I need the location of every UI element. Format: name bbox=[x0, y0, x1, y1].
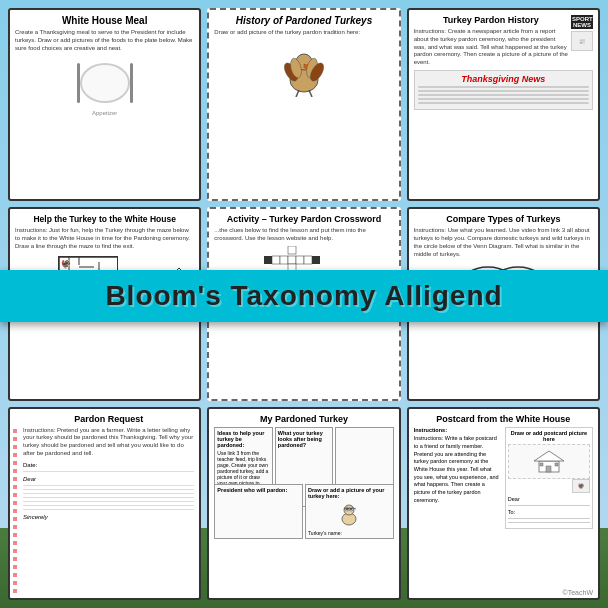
what-label: What your turkey looks after being pardo… bbox=[278, 430, 330, 448]
news-line-5 bbox=[418, 102, 589, 104]
president-label: President who will pardon: bbox=[217, 487, 300, 493]
card7-title: Pardon Request bbox=[23, 414, 194, 424]
ideas-label: Ideas to help your turkey be pardoned: bbox=[217, 430, 269, 448]
card9-title: Postcard from the White House bbox=[414, 414, 593, 424]
knife-area bbox=[130, 63, 133, 103]
turkey-placeholder bbox=[308, 501, 391, 529]
card-white-house-meal: White House Meal Create a Thanksgiving m… bbox=[8, 8, 201, 201]
sincerely-label: Sincerely bbox=[23, 514, 194, 520]
svg-rect-28 bbox=[272, 256, 280, 264]
news-line-4 bbox=[418, 98, 589, 100]
draw-label: Draw or add a picture of your turkey her… bbox=[308, 487, 391, 499]
letter-border bbox=[13, 429, 17, 595]
stamp-box: 🦃 bbox=[572, 479, 590, 493]
svg-text:🦃: 🦃 bbox=[61, 259, 71, 269]
news-line-1 bbox=[418, 86, 589, 88]
svg-rect-31 bbox=[296, 256, 304, 264]
body-line-2 bbox=[23, 493, 194, 494]
card4-title: Help the Turkey to the White House bbox=[15, 214, 194, 224]
news-lines bbox=[418, 86, 589, 104]
card6-title: Compare Types of Turkeys bbox=[414, 214, 593, 224]
news-line-2 bbox=[418, 90, 589, 92]
banner-text: Bloom's Taxonomy Alligend bbox=[105, 280, 502, 312]
svg-rect-33 bbox=[312, 256, 320, 264]
postcard-area: Instructions: Instructions: Write a fake… bbox=[414, 427, 593, 529]
card5-body: ...the clues below to find the lesson an… bbox=[214, 227, 393, 243]
turkey-form-top: Ideas to help your turkey be pardoned: U… bbox=[214, 427, 393, 482]
card-postcard: Postcard from the White House Instructio… bbox=[407, 407, 600, 600]
card3-content: Turkey Pardon History Instructions: Crea… bbox=[414, 15, 568, 67]
form-president: President who will pardon: bbox=[214, 484, 303, 539]
svg-rect-32 bbox=[304, 256, 312, 264]
card1-body: Create a Thanksgiving meal to serve to t… bbox=[15, 29, 194, 52]
svg-rect-63 bbox=[555, 463, 558, 466]
card3-header: Turkey Pardon History Instructions: Crea… bbox=[414, 15, 593, 67]
svg-rect-61 bbox=[546, 466, 551, 472]
card1-appetizer: Appetizer bbox=[15, 110, 194, 116]
letter-content: Pardon Request Instructions: Pretend you… bbox=[23, 414, 194, 520]
watermark-text: ©TeachW bbox=[563, 589, 593, 596]
card4-body: Instructions: Just for fun, help the Tur… bbox=[15, 227, 194, 250]
body-line-1 bbox=[23, 489, 194, 490]
card-pardon-request: Pardon Request Instructions: Pretend you… bbox=[8, 407, 201, 600]
card8-title: My Pardoned Turkey bbox=[214, 414, 393, 424]
svg-rect-62 bbox=[540, 463, 543, 466]
greeting-line bbox=[23, 485, 194, 486]
taxonomy-banner: Bloom's Taxonomy Alligend bbox=[0, 270, 608, 322]
addr-line-2 bbox=[508, 518, 590, 519]
body-line-6 bbox=[23, 509, 194, 510]
watermark: ©TeachW bbox=[563, 589, 593, 596]
addr-line-1 bbox=[508, 505, 590, 506]
addr-line-3 bbox=[508, 522, 590, 523]
to-label: To: bbox=[508, 509, 590, 515]
card1-title: White House Meal bbox=[15, 15, 194, 26]
card-my-turkey: My Pardoned Turkey Ideas to help your tu… bbox=[207, 407, 400, 600]
plate-area bbox=[15, 55, 194, 110]
body-line-4 bbox=[23, 501, 194, 502]
turkey-drawing-svg bbox=[337, 501, 362, 529]
card7-body: Instructions: Pretend you are a farmer. … bbox=[23, 427, 194, 458]
knife-icon bbox=[130, 63, 133, 103]
postcard-draw-area bbox=[508, 444, 590, 479]
svg-rect-34 bbox=[288, 246, 296, 254]
draw-postcard-label: Draw or add postcard picture here bbox=[508, 430, 590, 442]
news-image: 📰 bbox=[571, 31, 593, 51]
sports-news-area: SPORTS NEWS 📰 bbox=[571, 15, 593, 51]
dear-postcard: Dear bbox=[508, 496, 590, 502]
thanksgiving-news-box: Thanksgiving News bbox=[414, 70, 593, 110]
body-line-5 bbox=[23, 505, 194, 506]
card3-title: Turkey Pardon History bbox=[414, 15, 568, 25]
postcard-left: Instructions: Instructions: Write a fake… bbox=[414, 427, 502, 529]
thanksgiving-news-title: Thanksgiving News bbox=[418, 74, 589, 84]
svg-marker-60 bbox=[534, 451, 564, 461]
dear-label: Dear bbox=[23, 476, 194, 482]
card9-instructions: Instructions: Write a fake postcard to a… bbox=[414, 435, 502, 504]
card3-body: Instructions: Create a newspaper article… bbox=[414, 28, 568, 67]
card6-body: Instructions: Use what you learned. Use … bbox=[414, 227, 593, 258]
svg-rect-30 bbox=[288, 256, 296, 264]
card-pardon-history: Turkey Pardon History Instructions: Crea… bbox=[407, 8, 600, 201]
body-line-3 bbox=[23, 497, 194, 498]
svg-rect-29 bbox=[280, 256, 288, 264]
form-turkey-draw: Draw or add a picture of your turkey her… bbox=[305, 484, 394, 539]
turkey-drawing-area bbox=[214, 42, 393, 97]
date-line bbox=[23, 471, 194, 472]
instructions-label: Instructions: bbox=[414, 427, 502, 435]
white-house-small-svg bbox=[534, 449, 564, 474]
card-history-pardoned: History of Pardoned Turkeys Draw or add … bbox=[207, 8, 400, 201]
turkey-icon bbox=[279, 42, 329, 97]
news-line-3 bbox=[418, 94, 589, 96]
card5-title: Activity – Turkey Pardon Crossword bbox=[214, 214, 393, 224]
postcard-right: Draw or add postcard picture here 🦃 Dear… bbox=[505, 427, 593, 529]
card2-body: Draw or add picture of the turkey pardon… bbox=[214, 29, 393, 37]
svg-rect-27 bbox=[264, 256, 272, 264]
letter-lines: Date: Dear Sincerely bbox=[23, 462, 194, 520]
plate bbox=[80, 63, 130, 103]
card2-title: History of Pardoned Turkeys bbox=[214, 15, 393, 26]
turkey-name-label: Turkey's name: bbox=[308, 530, 391, 536]
news-header: SPORTS NEWS bbox=[571, 15, 593, 29]
date-label: Date: bbox=[23, 462, 194, 468]
